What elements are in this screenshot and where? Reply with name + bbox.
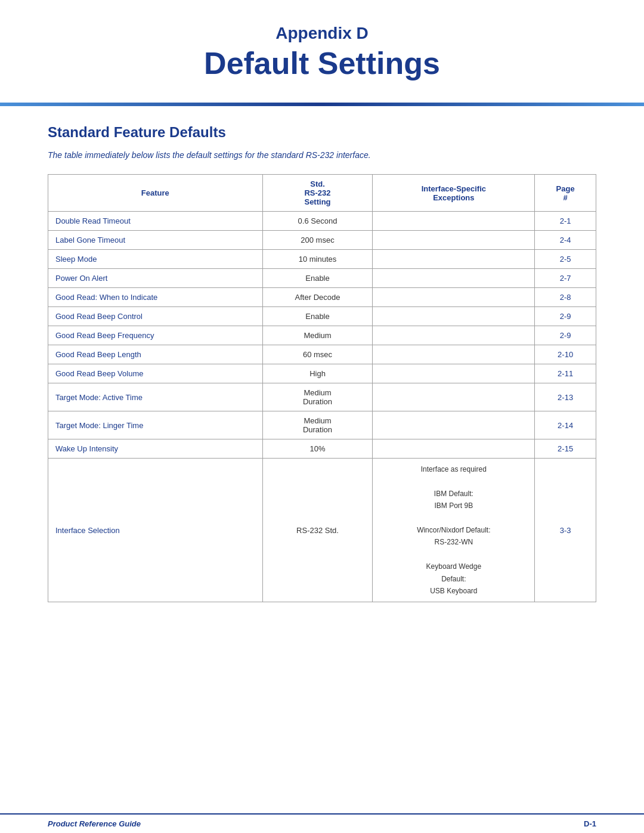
cell-setting: 10 minutes bbox=[262, 250, 373, 269]
cell-page: 2-10 bbox=[535, 345, 596, 364]
col-exceptions: Interface-SpecificExceptions bbox=[373, 175, 535, 212]
cell-feature: Double Read Timeout bbox=[48, 212, 263, 231]
cell-setting: After Decode bbox=[262, 288, 373, 307]
cell-feature: Label Gone Timeout bbox=[48, 231, 263, 250]
cell-exceptions bbox=[373, 307, 535, 326]
footer-product-label: Product Reference Guide bbox=[48, 819, 141, 828]
table-row: Good Read Beep FrequencyMedium2-9 bbox=[48, 326, 596, 345]
table-row: Interface SelectionRS-232 Std.Interface … bbox=[48, 459, 596, 602]
table-row: Target Mode: Active TimeMediumDuration2-… bbox=[48, 383, 596, 411]
table-row: Good Read Beep Length60 msec2-10 bbox=[48, 345, 596, 364]
section-heading: Standard Feature Defaults bbox=[48, 124, 596, 141]
cell-exceptions bbox=[373, 364, 535, 383]
cell-setting: High bbox=[262, 364, 373, 383]
intro-text: The table immediately below lists the de… bbox=[48, 150, 596, 160]
cell-feature: Good Read: When to Indicate bbox=[48, 288, 263, 307]
page-title: Default Settings bbox=[36, 45, 608, 81]
cell-page: 2-1 bbox=[535, 212, 596, 231]
table-row: Sleep Mode10 minutes2-5 bbox=[48, 250, 596, 269]
cell-feature: Sleep Mode bbox=[48, 250, 263, 269]
cell-feature: Interface Selection bbox=[48, 459, 263, 602]
col-feature: Feature bbox=[48, 175, 263, 212]
footer: Product Reference Guide D-1 bbox=[0, 813, 644, 833]
cell-page: 2-14 bbox=[535, 411, 596, 439]
footer-page-number: D-1 bbox=[584, 819, 596, 828]
table-row: Target Mode: Linger TimeMediumDuration2-… bbox=[48, 411, 596, 439]
cell-feature: Power On Alert bbox=[48, 269, 263, 288]
table-row: Good Read: When to IndicateAfter Decode2… bbox=[48, 288, 596, 307]
cell-feature: Target Mode: Linger Time bbox=[48, 411, 263, 439]
cell-setting: Medium bbox=[262, 326, 373, 345]
cell-exceptions bbox=[373, 345, 535, 364]
cell-feature: Good Read Beep Frequency bbox=[48, 326, 263, 345]
cell-feature: Wake Up Intensity bbox=[48, 439, 263, 459]
cell-page: 2-5 bbox=[535, 250, 596, 269]
cell-exceptions bbox=[373, 439, 535, 459]
cell-feature: Target Mode: Active Time bbox=[48, 383, 263, 411]
cell-page: 2-8 bbox=[535, 288, 596, 307]
cell-setting: 0.6 Second bbox=[262, 212, 373, 231]
cell-setting: MediumDuration bbox=[262, 383, 373, 411]
cell-page: 2-11 bbox=[535, 364, 596, 383]
cell-feature: Good Read Beep Control bbox=[48, 307, 263, 326]
cell-exceptions: Interface as requiredIBM Default:IBM Por… bbox=[373, 459, 535, 602]
settings-table: Feature Std.RS-232Setting Interface-Spec… bbox=[48, 174, 596, 602]
cell-exceptions bbox=[373, 411, 535, 439]
cell-exceptions bbox=[373, 250, 535, 269]
table-row: Label Gone Timeout200 msec2-4 bbox=[48, 231, 596, 250]
table-row: Wake Up Intensity10%2-15 bbox=[48, 439, 596, 459]
cell-exceptions bbox=[373, 212, 535, 231]
col-page: Page# bbox=[535, 175, 596, 212]
cell-setting: Enable bbox=[262, 307, 373, 326]
cell-exceptions bbox=[373, 326, 535, 345]
content-section: Standard Feature Defaults The table imme… bbox=[0, 124, 644, 602]
cell-page: 3-3 bbox=[535, 459, 596, 602]
table-row: Power On AlertEnable2-7 bbox=[48, 269, 596, 288]
cell-exceptions bbox=[373, 231, 535, 250]
cell-page: 2-13 bbox=[535, 383, 596, 411]
cell-exceptions bbox=[373, 383, 535, 411]
cell-feature: Good Read Beep Volume bbox=[48, 364, 263, 383]
cell-page: 2-9 bbox=[535, 307, 596, 326]
appendix-label: Appendix D bbox=[36, 24, 608, 43]
table-row: Good Read Beep ControlEnable2-9 bbox=[48, 307, 596, 326]
col-setting: Std.RS-232Setting bbox=[262, 175, 373, 212]
table-row: Good Read Beep VolumeHigh2-11 bbox=[48, 364, 596, 383]
cell-feature: Good Read Beep Length bbox=[48, 345, 263, 364]
table-header-row: Feature Std.RS-232Setting Interface-Spec… bbox=[48, 175, 596, 212]
cell-setting: Enable bbox=[262, 269, 373, 288]
cell-exceptions bbox=[373, 288, 535, 307]
cell-page: 2-9 bbox=[535, 326, 596, 345]
blue-bar bbox=[0, 103, 644, 106]
table-row: Double Read Timeout0.6 Second2-1 bbox=[48, 212, 596, 231]
cell-setting: 60 msec bbox=[262, 345, 373, 364]
cell-page: 2-15 bbox=[535, 439, 596, 459]
cell-setting: 10% bbox=[262, 439, 373, 459]
cell-page: 2-7 bbox=[535, 269, 596, 288]
cell-setting: RS-232 Std. bbox=[262, 459, 373, 602]
header-section: Appendix D Default Settings bbox=[0, 0, 644, 103]
cell-page: 2-4 bbox=[535, 231, 596, 250]
page-container: Appendix D Default Settings Standard Fea… bbox=[0, 0, 644, 833]
cell-setting: 200 msec bbox=[262, 231, 373, 250]
cell-exceptions bbox=[373, 269, 535, 288]
cell-setting: MediumDuration bbox=[262, 411, 373, 439]
